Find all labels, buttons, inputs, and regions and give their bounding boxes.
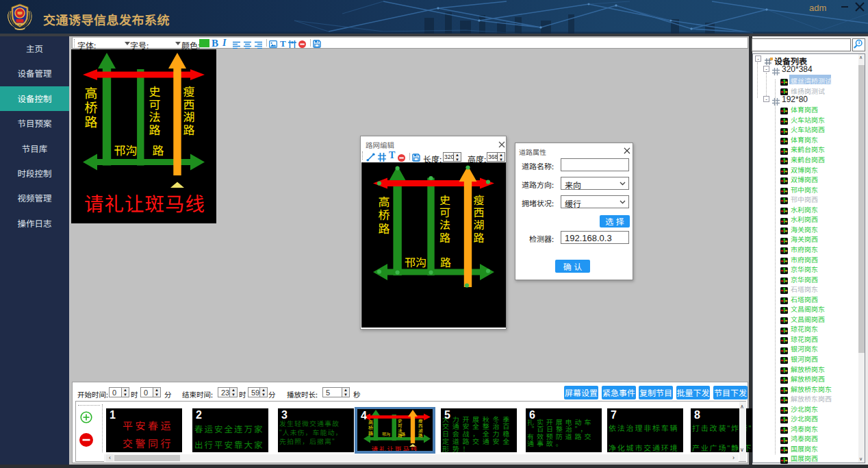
svg-text:路: 路 [440, 254, 451, 270]
svg-text:邗: 邗 [405, 254, 416, 270]
svg-text:路: 路 [401, 431, 405, 437]
svg-text:沟: 沟 [416, 254, 426, 270]
svg-text:沟: 沟 [126, 141, 138, 158]
svg-text:请礼让斑马线: 请礼让斑马线 [84, 188, 205, 217]
svg-text:路: 路 [153, 141, 164, 158]
svg-text:路: 路 [418, 432, 423, 439]
svg-text:请礼让斑马线: 请礼让斑马线 [371, 444, 418, 452]
svg-text:路: 路 [183, 121, 195, 138]
svg-text:路: 路 [149, 121, 161, 138]
svg-text:路: 路 [439, 229, 450, 245]
svg-text:路: 路 [84, 112, 97, 130]
svg-text:邗: 邗 [114, 141, 126, 158]
svg-text:邗沟: 邗沟 [382, 431, 390, 437]
svg-text:路: 路 [473, 229, 484, 245]
svg-text:路: 路 [379, 219, 390, 236]
svg-text:路: 路 [368, 430, 373, 436]
